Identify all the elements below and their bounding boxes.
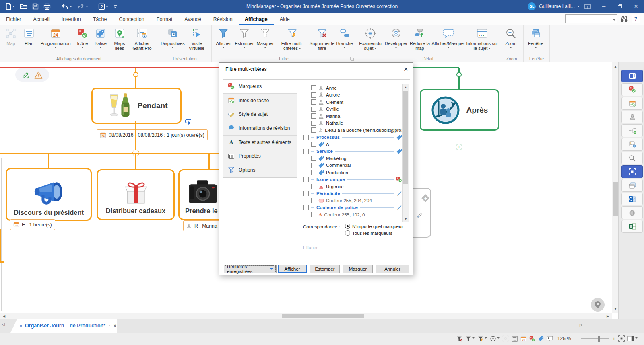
dialog-tab-infos-tache[interactable]: Infos de tâche: [223, 94, 297, 108]
binoculars-icon[interactable]: [620, 15, 628, 23]
checkbox[interactable]: [303, 205, 309, 210]
marker-list[interactable]: Anne Aurore Clément Cyrille Marina Natha…: [301, 84, 409, 222]
topic-pendant[interactable]: Pendant: [91, 88, 182, 124]
task-info-callout-discours[interactable]: E : 1 heure(s): [10, 219, 55, 230]
tab-format[interactable]: Format: [151, 13, 179, 25]
radio-button-selected[interactable]: [345, 224, 350, 229]
checkbox[interactable]: [311, 92, 316, 98]
status-map-view-button[interactable]: [502, 335, 509, 342]
status-schedule-view-button[interactable]: [520, 335, 526, 342]
reduire-la-map-button[interactable]: Réduire la map: [409, 27, 431, 51]
list-item[interactable]: Urgence: [301, 183, 402, 190]
filtre-masquer-button[interactable]: Masquer: [255, 27, 276, 49]
dialog-tab-proprietes[interactable]: Propriétés: [223, 149, 297, 163]
checkbox[interactable]: [311, 113, 316, 119]
minimize-button[interactable]: ─: [596, 0, 612, 13]
checkbox[interactable]: [303, 191, 309, 196]
insert-topic-handle[interactable]: +: [421, 194, 430, 203]
expand-button[interactable]: +: [456, 144, 462, 150]
list-item[interactable]: Markéting: [301, 155, 402, 162]
tab-affichage[interactable]: Affichage: [239, 13, 274, 25]
close-button[interactable]: ✕: [628, 0, 644, 13]
requetes-enregistrees-button[interactable]: Requêtes enregistrées: [224, 265, 277, 273]
topic-apres[interactable]: Après: [420, 89, 499, 131]
dialog-tab-texte[interactable]: A Texte et autres éléments: [223, 136, 297, 150]
sidebar-web-button[interactable]: [621, 206, 643, 219]
radio-all-markers[interactable]: Tous les marqueurs: [345, 230, 392, 236]
sidebar-outlook-button[interactable]: [621, 193, 643, 205]
list-scroll-thumb[interactable]: [403, 91, 408, 184]
close-document-icon[interactable]: ✕: [113, 323, 117, 329]
account-name[interactable]: Guillaume Laill...: [539, 4, 575, 9]
zoom-button[interactable]: Zoom: [501, 27, 520, 49]
dialog-launcher-icon[interactable]: [350, 57, 354, 61]
checkbox[interactable]: [311, 121, 316, 126]
status-power-filter-button[interactable]: [477, 335, 487, 342]
scroll-up-arrow[interactable]: ▲: [612, 63, 618, 70]
sidebar-ressources-button[interactable]: [621, 111, 643, 123]
warning-icon[interactable]: !: [34, 71, 43, 79]
tab-insertion[interactable]: Insertion: [56, 13, 87, 25]
sidebar-marqueurs-button[interactable]: [621, 83, 643, 96]
radio-button[interactable]: [345, 230, 350, 236]
list-item[interactable]: Clément: [301, 99, 402, 106]
checkbox[interactable]: [303, 177, 309, 182]
scroll-up-arrow[interactable]: ▲: [402, 84, 409, 90]
visite-virtuelle-button[interactable]: Visite virtuelle: [186, 27, 208, 51]
save-button[interactable]: [30, 1, 41, 12]
list-group[interactable]: Icone unique: [301, 176, 402, 183]
filtre-branche-button[interactable]: Branche: [335, 27, 354, 49]
resource-callout-photos[interactable]: R : Marina: [183, 220, 221, 231]
undo-button[interactable]: [59, 1, 74, 12]
status-filter-button[interactable]: [465, 335, 475, 342]
float-window-icon[interactable]: [109, 324, 110, 328]
checkbox[interactable]: [311, 127, 316, 133]
list-item[interactable]: Production: [301, 169, 402, 176]
help-pane-button[interactable]: ?: [632, 15, 640, 23]
filtre-afficher-button[interactable]: Afficher: [213, 27, 234, 49]
print-button[interactable]: [41, 1, 53, 12]
scroll-down-arrow[interactable]: ▼: [402, 216, 409, 222]
vertical-scrollbar[interactable]: ▲ ▼: [612, 62, 618, 313]
search-input[interactable]: [565, 14, 617, 23]
chevron-down-icon[interactable]: [613, 19, 615, 22]
list-item[interactable]: Cyrille: [301, 106, 402, 113]
dialog-close-button[interactable]: ✕: [403, 66, 408, 72]
checkbox[interactable]: [311, 212, 316, 217]
list-item[interactable]: A: [301, 141, 402, 148]
tab-fichier[interactable]: Fichier: [0, 13, 27, 25]
list-scrollbar[interactable]: ▲ ▼: [402, 84, 409, 222]
annuler-button[interactable]: Annuler: [376, 265, 409, 273]
afficher-masquer-button[interactable]: Afficher/Masquer: [431, 27, 466, 49]
list-group[interactable]: Service: [301, 148, 402, 155]
checkbox[interactable]: [311, 107, 316, 112]
task-pane-button[interactable]: [627, 335, 638, 342]
masquer-button[interactable]: Masquer: [343, 265, 373, 273]
status-slides-view-button[interactable]: [547, 335, 553, 342]
status-outline-view-button[interactable]: [512, 335, 518, 342]
customize-toolbar-button[interactable]: [111, 1, 119, 12]
fit-map-button[interactable]: [618, 335, 625, 342]
diapositives-button[interactable]: Diapositives: [159, 27, 186, 49]
filtre-multi-criteres-button[interactable]: Filtre multi-critères: [276, 27, 309, 51]
dialog-tab-options[interactable]: Options: [223, 163, 297, 177]
sidebar-windows-button[interactable]: [621, 179, 643, 192]
status-icon-view-button[interactable]: [529, 335, 535, 342]
scroll-right-arrow[interactable]: ▶: [605, 313, 611, 319]
examen-du-sujet-button[interactable]: Examen du sujet: [357, 27, 383, 51]
plan-view-button[interactable]: Plan: [21, 27, 37, 46]
informations-sur-le-sujet-button[interactable]: Informations sur le sujet: [466, 27, 498, 51]
center-map-button[interactable]: [591, 298, 605, 312]
sidebar-search-button[interactable]: [621, 152, 643, 164]
search-box[interactable]: [565, 14, 617, 23]
tab-scroll-right-icon[interactable]: ▷: [580, 323, 582, 327]
tab-conception[interactable]: Conception: [113, 13, 151, 25]
list-item[interactable]: ACouleur 255, 102, 0: [301, 211, 402, 218]
list-item[interactable]: Marina: [301, 113, 402, 120]
tab-avance[interactable]: Avancé: [178, 13, 207, 25]
list-item[interactable]: L'eau à la Bouche (henri.dubois@proactif: [301, 127, 402, 134]
list-item[interactable]: Couleur 255, 204, 204: [301, 197, 402, 204]
scroll-down-arrow[interactable]: ▼: [612, 306, 618, 312]
supprimer-le-filtre-button[interactable]: Supprimer le filtre: [309, 27, 335, 51]
tab-revision[interactable]: Révision: [207, 13, 239, 25]
